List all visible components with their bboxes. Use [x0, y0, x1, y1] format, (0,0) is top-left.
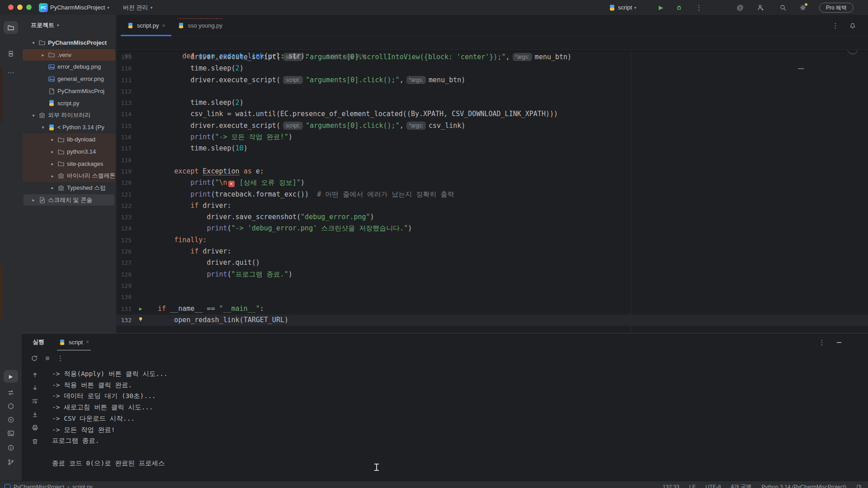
python-console-icon[interactable] [4, 413, 18, 426]
line-number[interactable]: 132 [116, 314, 132, 326]
tab-script-py[interactable]: script.py × [121, 15, 171, 36]
run-gutter-icon[interactable]: ▶ [136, 303, 145, 314]
run-config-selector[interactable]: script ▾ [609, 0, 637, 15]
tree-item-script.py[interactable]: script.py [22, 97, 116, 109]
code-area[interactable]: 109 driver.execute_script(script:"argume… [116, 50, 868, 333]
code-line-115[interactable]: 115 driver.execute_script(script:"argume… [116, 120, 868, 131]
line-number[interactable]: 127 [116, 257, 132, 268]
print-icon[interactable] [30, 422, 40, 432]
run-button[interactable]: ▶ [655, 0, 667, 15]
tree-item-lib-dynload[interactable]: ▸lib-dynload [22, 133, 116, 145]
scroll-down-icon[interactable] [30, 383, 40, 393]
line-number[interactable]: 113 [116, 97, 132, 108]
project-menu[interactable]: PC PyCharmMiscProject ▾ [39, 0, 109, 15]
code-line-120[interactable]: 120 print("\n× [상세 오류 정보]") [116, 177, 868, 188]
code-line-128[interactable]: 128 print("프로그램 종료.") [116, 269, 868, 280]
scroll-to-end-icon[interactable] [30, 409, 40, 419]
rerun-icon[interactable] [31, 355, 38, 362]
line-number[interactable]: 117 [116, 143, 132, 154]
line-number[interactable]: 122 [116, 200, 132, 211]
line-separator[interactable]: LF [689, 484, 696, 488]
chevron-right-icon[interactable]: ▸ [50, 137, 55, 142]
tree-item-pycharmmiscproject[interactable]: ▾PyCharmMiscProject [22, 37, 116, 49]
line-number[interactable]: 125 [116, 235, 132, 246]
chevron-down-icon[interactable]: ▾ [40, 125, 46, 130]
tree-item--[interactable]: ▾외부 라이브러리 [22, 109, 116, 122]
code-line-116[interactable]: 116 print("-> 모든 작업 완료!") [116, 131, 868, 143]
clear-console-icon[interactable] [30, 436, 40, 446]
vcs-menu[interactable]: 버전 관리 ▾ [123, 0, 152, 15]
run-toolbar-more-icon[interactable]: ⋮ [57, 354, 64, 362]
tree-item-typeshed-[interactable]: ▸Typeshed 스텁 [22, 182, 116, 194]
code-line-110[interactable]: 110 time.sleep(2) [116, 63, 868, 74]
code-line-121[interactable]: 121 print(traceback.format_exc()) # 어떤 줄… [116, 189, 868, 200]
code-line-119[interactable]: 119 except Exception as e: [116, 166, 868, 177]
minimize-panel-icon[interactable] [834, 337, 844, 348]
line-number[interactable]: 116 [116, 131, 132, 143]
chevron-right-icon[interactable]: ▸ [50, 174, 55, 178]
project-tool-icon[interactable] [4, 21, 18, 34]
tree-item-python3.14[interactable]: ▸python3.14 [22, 145, 116, 158]
code-with-me-icon[interactable] [754, 0, 767, 15]
code-line-123[interactable]: 123 driver.save_screenshot("debug_error.… [116, 211, 868, 223]
code-line-130[interactable]: 130 [116, 291, 868, 303]
window-close-button[interactable] [8, 5, 14, 10]
tree-item--[interactable]: ▸바이너리 스켈레톤 [22, 170, 116, 182]
breadcrumb[interactable]: PyCharmMiscProject › script.py [5, 484, 93, 488]
pro-benefits-button[interactable]: Pro 혜택 [819, 3, 854, 13]
project-panel-header[interactable]: 프로젝트 ▾ [31, 21, 59, 29]
tree-item-pycharmmiscproj[interactable]: PyCharmMiscProj [22, 85, 116, 97]
line-number[interactable]: 124 [116, 223, 132, 234]
tree-item--python-3.14-py[interactable]: ▾< Python 3.14 (Py [22, 122, 116, 134]
line-number[interactable]: 123 [116, 211, 132, 223]
line-number[interactable]: 114 [116, 108, 132, 120]
notifications-bell-icon[interactable] [847, 15, 859, 36]
sticky-header-line[interactable]: 96def open_redash_link(url: str): 1개의 사용… [116, 37, 868, 50]
intention-bulb-icon[interactable] [136, 314, 145, 326]
code-line-129[interactable]: 129 [116, 280, 868, 291]
code-line-125[interactable]: 125 finally: [116, 235, 868, 246]
version-control-tool-icon[interactable] [4, 456, 18, 469]
commit-tool-icon[interactable] [4, 47, 18, 60]
indent-setting[interactable]: 4개 공백 [731, 483, 752, 488]
line-number[interactable]: 126 [116, 246, 132, 257]
terminal-tool-icon[interactable] [4, 427, 18, 440]
line-number[interactable]: 110 [116, 63, 132, 74]
chevron-right-icon[interactable]: ▸ [50, 161, 55, 166]
tree-item--[interactable]: ▸스크래치 및 콘솔 [22, 194, 116, 206]
chevron-down-icon[interactable]: ▾ [31, 40, 36, 45]
debug-icon[interactable] [673, 0, 685, 15]
code-line-131[interactable]: 131▶if __name__ == "__main__": [116, 303, 868, 314]
breadcrumb-project[interactable]: PyCharmMiscProject [14, 484, 64, 488]
chevron-right-icon[interactable]: ▸ [50, 185, 55, 190]
tree-item-general-error.png[interactable]: general_error.png [22, 73, 116, 85]
code-line-112[interactable]: 112 [116, 86, 868, 97]
close-icon[interactable]: × [162, 23, 165, 29]
panel-corner-icon[interactable] [856, 484, 862, 488]
code-line-114[interactable]: 114 csv_link = wait.until(EC.presence_of… [116, 108, 868, 120]
problems-tool-icon[interactable] [4, 441, 18, 454]
more-actions-button[interactable]: ⋮ [693, 0, 705, 15]
services-tool-icon[interactable] [4, 400, 18, 413]
run-panel-options-icon[interactable]: ⋮ [816, 337, 827, 348]
close-icon[interactable]: × [86, 339, 89, 345]
code-line-113[interactable]: 113 time.sleep(2) [116, 97, 868, 108]
tab-sso-young-py[interactable]: sso young.py [171, 15, 229, 36]
usage-hint[interactable]: 1개의 사용 위치 [326, 53, 367, 60]
editor-options-icon[interactable]: ⋮ [830, 15, 841, 36]
stop-icon[interactable] [44, 355, 51, 361]
tree-item-.venv[interactable]: ▸.venv [22, 49, 116, 61]
window-zoom-button[interactable] [26, 5, 32, 10]
interpreter-widget[interactable]: Python 3.14 (PyCharmMiscProject) [762, 484, 846, 488]
line-number[interactable]: 129 [116, 280, 132, 291]
tree-item-error-debug.png[interactable]: error_debug.png [22, 61, 116, 73]
line-number[interactable]: 130 [116, 291, 132, 303]
soft-wrap-icon[interactable] [30, 396, 40, 406]
code-line-124[interactable]: 124 print("-> 'debug_error.png' 스크린샷을 저장… [116, 223, 868, 234]
breadcrumb-file[interactable]: script.py [72, 484, 93, 488]
line-number[interactable]: 111 [116, 75, 132, 86]
code-line-132[interactable]: 132 open_redash_link(TARGET_URL) [116, 314, 868, 326]
chevron-right-icon[interactable]: ▸ [40, 52, 46, 57]
caret-position[interactable]: 132:33 [663, 484, 679, 488]
search-icon[interactable] [777, 0, 789, 15]
